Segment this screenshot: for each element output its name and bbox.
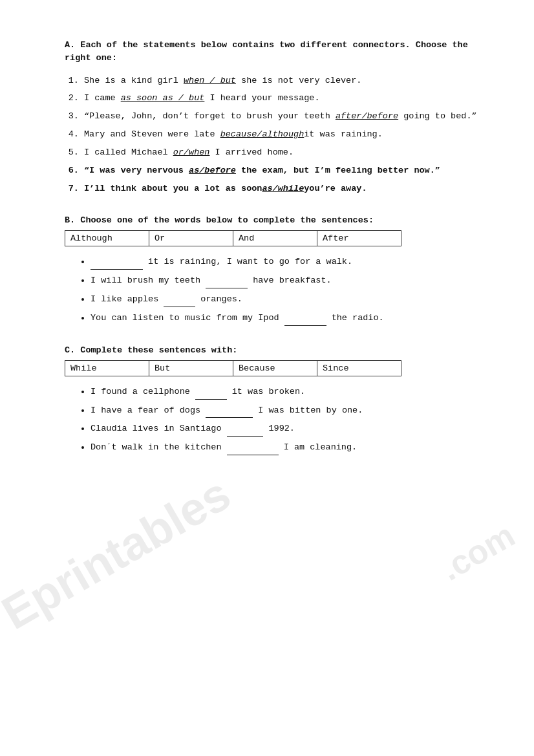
blank bbox=[284, 312, 326, 326]
word-cell: Because bbox=[233, 360, 317, 376]
section-a: A. Each of the statements below contains… bbox=[65, 39, 482, 196]
connector-2: as soon as / but bbox=[121, 93, 205, 103]
list-item: I will brush my teeth have breakfast. bbox=[91, 274, 482, 288]
list-item: “I was very nervous as/before the exam, … bbox=[84, 164, 482, 178]
list-item: Claudia lives in Santiago 1992. bbox=[91, 422, 482, 437]
section-c-title: C. Complete these sentences with: bbox=[65, 345, 482, 355]
section-c: C. Complete these sentences with: While … bbox=[65, 345, 482, 456]
blank bbox=[227, 422, 264, 437]
list-item: I like apples oranges. bbox=[91, 293, 482, 307]
word-cell: Although bbox=[65, 230, 149, 246]
section-b: B. Choose one of the words below to comp… bbox=[65, 215, 482, 326]
blank bbox=[227, 441, 279, 455]
word-cell: And bbox=[233, 230, 317, 246]
blank bbox=[195, 385, 227, 400]
connector-1: when / but bbox=[184, 76, 236, 85]
word-cell: After bbox=[317, 230, 401, 246]
blank bbox=[206, 404, 253, 418]
connector-7: as/while bbox=[262, 184, 304, 193]
list-item: Mary and Steven were late because/althou… bbox=[84, 128, 482, 142]
section-c-list: I found a cellphone it was broken. I hav… bbox=[91, 385, 482, 456]
connector-3: after/before bbox=[336, 111, 398, 121]
blank bbox=[206, 274, 248, 288]
list-item: I called Michael or/when I arrived home. bbox=[84, 146, 482, 160]
list-item: Don´t walk in the kitchen I am cleaning. bbox=[91, 441, 482, 455]
watermark-text: Eprintables bbox=[0, 467, 239, 640]
list-item: “Please, John, don’t forget to brush you… bbox=[84, 110, 482, 124]
list-item: I’ll think about you a lot as soonas/whi… bbox=[84, 182, 482, 196]
section-c-word-table: While But Because Since bbox=[65, 360, 401, 376]
blank bbox=[91, 255, 143, 270]
section-a-title: A. Each of the statements below contains… bbox=[65, 39, 482, 65]
list-item: I came as soon as / but I heard your mes… bbox=[84, 92, 482, 105]
list-item: You can listen to music from my Ipod the… bbox=[91, 312, 482, 326]
watermark-text2: .com bbox=[434, 515, 521, 589]
connector-5: or/when bbox=[173, 147, 210, 157]
word-cell: Or bbox=[149, 230, 233, 246]
word-cell: While bbox=[65, 360, 149, 376]
word-cell: Since bbox=[317, 360, 401, 376]
section-b-list: it is raining, I want to go for a walk. … bbox=[91, 255, 482, 326]
blank bbox=[164, 293, 195, 307]
list-item: I have a fear of dogs I was bitten by on… bbox=[91, 404, 482, 418]
list-item: She is a kind girl when / but she is not… bbox=[84, 74, 482, 88]
list-item: I found a cellphone it was broken. bbox=[91, 385, 482, 400]
page: Eprintables .com A. Each of the statemen… bbox=[0, 0, 534, 756]
section-b-title: B. Choose one of the words below to comp… bbox=[65, 215, 482, 225]
connector-6: as/before bbox=[189, 166, 236, 175]
list-item: it is raining, I want to go for a walk. bbox=[91, 255, 482, 270]
connector-4: because/although bbox=[220, 129, 304, 139]
section-a-list: She is a kind girl when / but she is not… bbox=[84, 74, 482, 196]
section-b-word-table: Although Or And After bbox=[65, 230, 401, 246]
word-cell: But bbox=[149, 360, 233, 376]
